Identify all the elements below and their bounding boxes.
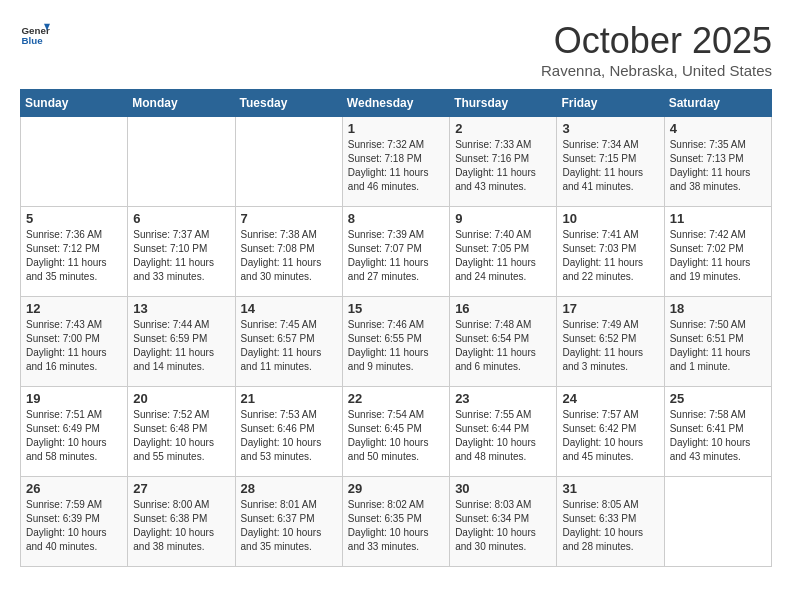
- day-number: 9: [455, 211, 551, 226]
- day-info: Sunrise: 7:37 AMSunset: 7:10 PMDaylight:…: [133, 228, 229, 284]
- logo: General Blue: [20, 20, 50, 50]
- day-info: Sunrise: 7:49 AMSunset: 6:52 PMDaylight:…: [562, 318, 658, 374]
- calendar-cell: 29Sunrise: 8:02 AMSunset: 6:35 PMDayligh…: [342, 477, 449, 567]
- title-section: October 2025 Ravenna, Nebraska, United S…: [541, 20, 772, 79]
- day-number: 27: [133, 481, 229, 496]
- logo-icon: General Blue: [20, 20, 50, 50]
- day-info: Sunrise: 7:36 AMSunset: 7:12 PMDaylight:…: [26, 228, 122, 284]
- calendar-cell: 23Sunrise: 7:55 AMSunset: 6:44 PMDayligh…: [450, 387, 557, 477]
- day-number: 24: [562, 391, 658, 406]
- day-info: Sunrise: 7:34 AMSunset: 7:15 PMDaylight:…: [562, 138, 658, 194]
- day-number: 14: [241, 301, 337, 316]
- col-wednesday: Wednesday: [342, 90, 449, 117]
- calendar-cell: 11Sunrise: 7:42 AMSunset: 7:02 PMDayligh…: [664, 207, 771, 297]
- calendar-week-5: 26Sunrise: 7:59 AMSunset: 6:39 PMDayligh…: [21, 477, 772, 567]
- calendar-cell: 4Sunrise: 7:35 AMSunset: 7:13 PMDaylight…: [664, 117, 771, 207]
- day-info: Sunrise: 7:55 AMSunset: 6:44 PMDaylight:…: [455, 408, 551, 464]
- calendar-cell: [128, 117, 235, 207]
- day-info: Sunrise: 7:57 AMSunset: 6:42 PMDaylight:…: [562, 408, 658, 464]
- day-info: Sunrise: 7:39 AMSunset: 7:07 PMDaylight:…: [348, 228, 444, 284]
- day-info: Sunrise: 7:51 AMSunset: 6:49 PMDaylight:…: [26, 408, 122, 464]
- day-info: Sunrise: 7:50 AMSunset: 6:51 PMDaylight:…: [670, 318, 766, 374]
- svg-text:Blue: Blue: [22, 35, 44, 46]
- day-info: Sunrise: 7:38 AMSunset: 7:08 PMDaylight:…: [241, 228, 337, 284]
- day-info: Sunrise: 7:35 AMSunset: 7:13 PMDaylight:…: [670, 138, 766, 194]
- day-number: 22: [348, 391, 444, 406]
- calendar-cell: 5Sunrise: 7:36 AMSunset: 7:12 PMDaylight…: [21, 207, 128, 297]
- calendar-cell: 9Sunrise: 7:40 AMSunset: 7:05 PMDaylight…: [450, 207, 557, 297]
- day-info: Sunrise: 7:58 AMSunset: 6:41 PMDaylight:…: [670, 408, 766, 464]
- day-number: 16: [455, 301, 551, 316]
- day-number: 21: [241, 391, 337, 406]
- day-info: Sunrise: 7:44 AMSunset: 6:59 PMDaylight:…: [133, 318, 229, 374]
- calendar-cell: 12Sunrise: 7:43 AMSunset: 7:00 PMDayligh…: [21, 297, 128, 387]
- location: Ravenna, Nebraska, United States: [541, 62, 772, 79]
- day-number: 10: [562, 211, 658, 226]
- day-number: 19: [26, 391, 122, 406]
- day-info: Sunrise: 7:40 AMSunset: 7:05 PMDaylight:…: [455, 228, 551, 284]
- day-info: Sunrise: 8:01 AMSunset: 6:37 PMDaylight:…: [241, 498, 337, 554]
- calendar-cell: 6Sunrise: 7:37 AMSunset: 7:10 PMDaylight…: [128, 207, 235, 297]
- calendar-cell: 3Sunrise: 7:34 AMSunset: 7:15 PMDaylight…: [557, 117, 664, 207]
- calendar-cell: 8Sunrise: 7:39 AMSunset: 7:07 PMDaylight…: [342, 207, 449, 297]
- day-number: 28: [241, 481, 337, 496]
- day-number: 1: [348, 121, 444, 136]
- day-info: Sunrise: 7:59 AMSunset: 6:39 PMDaylight:…: [26, 498, 122, 554]
- calendar-cell: 20Sunrise: 7:52 AMSunset: 6:48 PMDayligh…: [128, 387, 235, 477]
- calendar-cell: 16Sunrise: 7:48 AMSunset: 6:54 PMDayligh…: [450, 297, 557, 387]
- day-info: Sunrise: 7:43 AMSunset: 7:00 PMDaylight:…: [26, 318, 122, 374]
- calendar-cell: 14Sunrise: 7:45 AMSunset: 6:57 PMDayligh…: [235, 297, 342, 387]
- day-number: 30: [455, 481, 551, 496]
- col-monday: Monday: [128, 90, 235, 117]
- col-tuesday: Tuesday: [235, 90, 342, 117]
- day-number: 31: [562, 481, 658, 496]
- calendar-cell: 21Sunrise: 7:53 AMSunset: 6:46 PMDayligh…: [235, 387, 342, 477]
- day-info: Sunrise: 7:33 AMSunset: 7:16 PMDaylight:…: [455, 138, 551, 194]
- day-number: 15: [348, 301, 444, 316]
- day-info: Sunrise: 7:42 AMSunset: 7:02 PMDaylight:…: [670, 228, 766, 284]
- calendar-cell: 17Sunrise: 7:49 AMSunset: 6:52 PMDayligh…: [557, 297, 664, 387]
- calendar-cell: [21, 117, 128, 207]
- day-info: Sunrise: 8:00 AMSunset: 6:38 PMDaylight:…: [133, 498, 229, 554]
- calendar-cell: 28Sunrise: 8:01 AMSunset: 6:37 PMDayligh…: [235, 477, 342, 567]
- calendar-cell: 2Sunrise: 7:33 AMSunset: 7:16 PMDaylight…: [450, 117, 557, 207]
- day-info: Sunrise: 7:41 AMSunset: 7:03 PMDaylight:…: [562, 228, 658, 284]
- calendar-cell: 22Sunrise: 7:54 AMSunset: 6:45 PMDayligh…: [342, 387, 449, 477]
- day-info: Sunrise: 8:05 AMSunset: 6:33 PMDaylight:…: [562, 498, 658, 554]
- day-info: Sunrise: 7:45 AMSunset: 6:57 PMDaylight:…: [241, 318, 337, 374]
- page-header: General Blue October 2025 Ravenna, Nebra…: [20, 20, 772, 79]
- day-number: 23: [455, 391, 551, 406]
- calendar-week-3: 12Sunrise: 7:43 AMSunset: 7:00 PMDayligh…: [21, 297, 772, 387]
- day-number: 29: [348, 481, 444, 496]
- col-saturday: Saturday: [664, 90, 771, 117]
- calendar-cell: 1Sunrise: 7:32 AMSunset: 7:18 PMDaylight…: [342, 117, 449, 207]
- calendar-week-4: 19Sunrise: 7:51 AMSunset: 6:49 PMDayligh…: [21, 387, 772, 477]
- calendar-cell: 24Sunrise: 7:57 AMSunset: 6:42 PMDayligh…: [557, 387, 664, 477]
- calendar-cell: 13Sunrise: 7:44 AMSunset: 6:59 PMDayligh…: [128, 297, 235, 387]
- day-number: 13: [133, 301, 229, 316]
- day-number: 2: [455, 121, 551, 136]
- day-number: 12: [26, 301, 122, 316]
- day-info: Sunrise: 7:46 AMSunset: 6:55 PMDaylight:…: [348, 318, 444, 374]
- calendar-cell: 31Sunrise: 8:05 AMSunset: 6:33 PMDayligh…: [557, 477, 664, 567]
- calendar-cell: 25Sunrise: 7:58 AMSunset: 6:41 PMDayligh…: [664, 387, 771, 477]
- day-info: Sunrise: 7:48 AMSunset: 6:54 PMDaylight:…: [455, 318, 551, 374]
- calendar-cell: 10Sunrise: 7:41 AMSunset: 7:03 PMDayligh…: [557, 207, 664, 297]
- col-friday: Friday: [557, 90, 664, 117]
- day-number: 3: [562, 121, 658, 136]
- calendar-cell: 19Sunrise: 7:51 AMSunset: 6:49 PMDayligh…: [21, 387, 128, 477]
- calendar-cell: 15Sunrise: 7:46 AMSunset: 6:55 PMDayligh…: [342, 297, 449, 387]
- day-number: 5: [26, 211, 122, 226]
- day-number: 25: [670, 391, 766, 406]
- calendar-cell: 7Sunrise: 7:38 AMSunset: 7:08 PMDaylight…: [235, 207, 342, 297]
- calendar-cell: [664, 477, 771, 567]
- day-number: 20: [133, 391, 229, 406]
- day-info: Sunrise: 8:02 AMSunset: 6:35 PMDaylight:…: [348, 498, 444, 554]
- col-sunday: Sunday: [21, 90, 128, 117]
- day-number: 7: [241, 211, 337, 226]
- day-info: Sunrise: 7:54 AMSunset: 6:45 PMDaylight:…: [348, 408, 444, 464]
- day-number: 26: [26, 481, 122, 496]
- calendar-header-row: Sunday Monday Tuesday Wednesday Thursday…: [21, 90, 772, 117]
- day-info: Sunrise: 7:52 AMSunset: 6:48 PMDaylight:…: [133, 408, 229, 464]
- calendar-cell: [235, 117, 342, 207]
